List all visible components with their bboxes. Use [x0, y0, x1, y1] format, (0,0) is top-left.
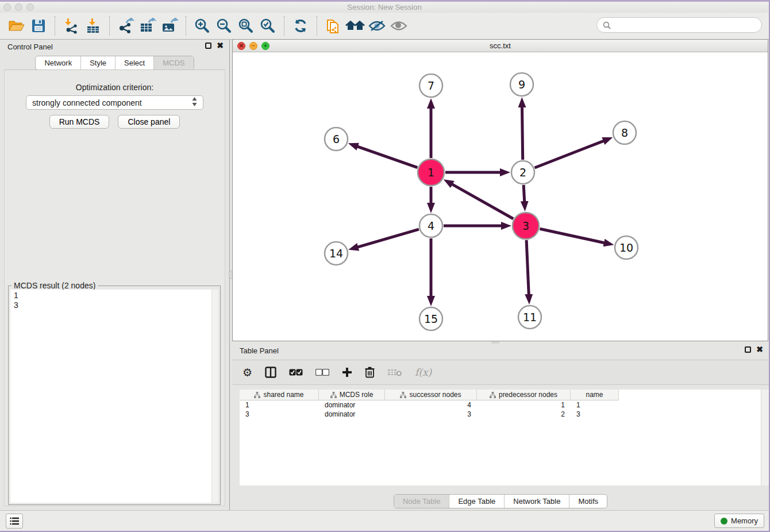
- import-table-button[interactable]: [82, 14, 104, 37]
- graph-node-label-7: 7: [428, 79, 434, 92]
- column-header-successor-nodes[interactable]: successor nodes: [385, 390, 477, 400]
- export-network-button[interactable]: [115, 14, 137, 37]
- toolbar-separator: [317, 16, 317, 36]
- control-panel-tab-network[interactable]: Network: [36, 56, 80, 70]
- refresh-button[interactable]: [290, 14, 311, 37]
- show-all-button[interactable]: [388, 14, 410, 37]
- search-box[interactable]: [596, 17, 762, 33]
- table-cell[interactable]: dominator: [319, 401, 385, 409]
- table-panel-tabs: Node TableEdge TableNetwork TableMotifs: [232, 494, 769, 508]
- table-tab-edge-table[interactable]: Edge Table: [449, 495, 504, 508]
- node-table-header: shared nameMCDS rolesuccessor nodesprede…: [240, 390, 761, 400]
- delete-table-button[interactable]: [387, 368, 402, 377]
- node-table[interactable]: shared nameMCDS rolesuccessor nodesprede…: [240, 390, 761, 485]
- open-folder-icon: [8, 18, 25, 33]
- trash-icon: [365, 367, 375, 378]
- import-network-button[interactable]: [60, 14, 82, 37]
- graph-edge-3-10[interactable]: [540, 229, 605, 243]
- column-header-name[interactable]: name: [571, 390, 619, 400]
- title-bar: Session: New Session: [0, 2, 769, 13]
- result-scrollbar[interactable]: [211, 290, 218, 503]
- export-table-button[interactable]: [137, 14, 159, 37]
- table-cell[interactable]: 3: [240, 410, 319, 418]
- mcds-result-group: MCDS result (2 nodes) 1 3: [8, 286, 221, 505]
- table-tab-network-table[interactable]: Network Table: [504, 495, 569, 508]
- column-header-shared-name[interactable]: shared name: [240, 390, 319, 400]
- copy-network-view-button[interactable]: [322, 14, 344, 37]
- select-all-button[interactable]: [289, 369, 303, 376]
- delete-table-icon: [387, 368, 402, 377]
- graph-edge-3-1[interactable]: [452, 184, 514, 219]
- mcds-result-text[interactable]: 1 3: [10, 290, 218, 503]
- control-panel-tab-select[interactable]: Select: [115, 56, 153, 70]
- eye-icon: [390, 19, 408, 33]
- table-panel-title: Table Panel: [240, 346, 279, 355]
- graph-edge-2-8[interactable]: [534, 141, 604, 168]
- toolbar-separator: [55, 16, 55, 36]
- search-input[interactable]: [614, 20, 756, 30]
- import-table-icon: [85, 18, 101, 34]
- network-graph-canvas[interactable]: 1234678910111415: [233, 52, 768, 341]
- first-neighbors-button[interactable]: [344, 14, 366, 37]
- column-type-icon: [400, 392, 406, 398]
- run-mcds-button[interactable]: Run MCDS: [49, 115, 110, 129]
- zoom-selected-button[interactable]: [257, 14, 279, 37]
- hide-selected-button[interactable]: [366, 14, 388, 37]
- task-history-button[interactable]: [6, 514, 23, 529]
- add-column-button[interactable]: [342, 367, 352, 377]
- control-panel-tab-mcds[interactable]: MCDS: [153, 56, 193, 70]
- columns-icon: [265, 367, 276, 378]
- table-cell[interactable]: 2: [477, 410, 571, 418]
- graph-edge-2-9[interactable]: [522, 106, 522, 160]
- criterion-dropdown[interactable]: strongly connected component: [26, 95, 203, 110]
- dropdown-chevrons-icon: [192, 97, 197, 108]
- graph-node-label-9: 9: [518, 78, 525, 91]
- column-header-predecessor-nodes[interactable]: predecessor nodes: [477, 390, 571, 400]
- table-cell[interactable]: 4: [385, 401, 477, 409]
- table-tab-motifs[interactable]: Motifs: [569, 495, 607, 508]
- table-tab-node-table[interactable]: Node Table: [394, 495, 449, 508]
- zoom-in-button[interactable]: [191, 14, 213, 37]
- zoom-out-icon: [215, 17, 233, 34]
- graph-edge-4-14[interactable]: [357, 229, 418, 247]
- save-session-button[interactable]: [28, 14, 49, 37]
- float-panel-icon[interactable]: [205, 43, 211, 49]
- toolbar-separator: [109, 16, 110, 36]
- table-cell[interactable]: 1: [477, 401, 571, 409]
- graph-edge-3-11[interactable]: [526, 240, 529, 295]
- table-row[interactable]: 1dominator411: [240, 400, 761, 410]
- delete-column-button[interactable]: [365, 367, 375, 378]
- column-type-icon: [490, 392, 496, 398]
- table-row[interactable]: 3dominator323: [240, 410, 761, 419]
- column-header-MCDS-role[interactable]: MCDS role: [319, 390, 385, 400]
- zoom-out-button[interactable]: [213, 14, 235, 37]
- table-settings-button[interactable]: ⚙: [242, 366, 252, 379]
- memory-label: Memory: [731, 516, 758, 525]
- float-table-panel-icon[interactable]: [745, 346, 751, 353]
- memory-button[interactable]: Memory: [714, 514, 764, 528]
- table-cell[interactable]: 1: [571, 401, 619, 409]
- open-session-button[interactable]: [6, 14, 28, 37]
- graph-node-label-2: 2: [519, 166, 526, 179]
- table-cell[interactable]: 3: [571, 410, 619, 418]
- table-scrollbar[interactable]: [761, 390, 769, 485]
- column-layout-button[interactable]: [265, 367, 276, 378]
- close-table-panel-icon[interactable]: ✖: [756, 346, 763, 353]
- zoom-fit-button[interactable]: [235, 14, 257, 37]
- close-panel-button[interactable]: Close panel: [118, 115, 180, 129]
- export-image-button[interactable]: [159, 14, 180, 37]
- deselect-all-button[interactable]: [315, 369, 329, 376]
- function-builder-button[interactable]: f(x): [415, 367, 432, 378]
- export-table-icon: [139, 18, 156, 34]
- table-cell[interactable]: 1: [240, 401, 319, 409]
- network-window-titlebar: ✕ − + scc.txt: [233, 40, 768, 52]
- table-cell[interactable]: dominator: [319, 410, 385, 418]
- mcds-result-title: MCDS result (2 nodes): [11, 281, 98, 290]
- close-panel-icon[interactable]: ✖: [217, 43, 224, 49]
- control-panel-tab-style[interactable]: Style: [80, 56, 115, 70]
- graph-edge-1-6[interactable]: [357, 147, 418, 168]
- save-floppy-icon: [31, 18, 46, 33]
- table-cell[interactable]: 3: [385, 410, 477, 418]
- graph-edge-2-3[interactable]: [523, 185, 525, 202]
- graph-node-label-11: 11: [523, 311, 537, 323]
